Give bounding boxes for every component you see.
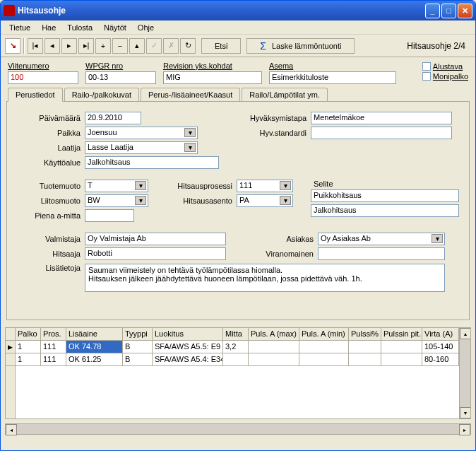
col-luokitus[interactable]: Luokitus [153,328,223,341]
alustava-checkbox[interactable] [422,62,431,71]
tab-perustiedot[interactable]: Perustiedot [8,88,63,102]
tab-perus-lisaaineet[interactable]: Perus-/lisäaineet/Kaasut [141,88,240,102]
wpgr-input[interactable]: 00-13 [85,71,156,84]
col-palko[interactable]: Palko [16,328,41,341]
selite2-input[interactable]: Jalkohitsaus [311,204,459,217]
grid-header: Palko Pros. Lisäaine Tyyppi Luokitus Mit… [16,328,459,341]
asiakas-combo[interactable]: Oy Asiakas Ab [318,233,445,245]
cancel-button[interactable]: ✗ [163,38,179,54]
paikka-label: Paikka [14,129,85,137]
grid-corner [6,328,15,341]
app-icon [4,5,15,16]
liitosmuoto-label: Liitosmuoto [14,197,85,205]
menu-hae[interactable]: Hae [36,22,61,33]
confirm-button[interactable]: ✓ [146,38,162,54]
maximize-button[interactable]: □ [441,4,456,18]
paivamaara-label: Päivämäärä [14,114,85,122]
titlebar: Hitsausohje _ □ ✕ [1,1,475,20]
scroll-left-icon[interactable]: ◂ [6,424,17,435]
scroll-up-icon[interactable]: ▴ [460,328,471,339]
row-indicator-2[interactable] [6,353,15,366]
grid-vscrollbar[interactable]: ▴ ▾ [459,328,470,418]
col-pros[interactable]: Pros. [41,328,66,341]
edit-button[interactable]: ▴ [129,38,145,54]
close-button[interactable]: ✕ [458,4,472,18]
header-fields: Viitenumero 100 WPGR nro 00-13 Revision … [1,57,475,87]
viranomainen-label: Viranomainen [254,250,318,258]
hitsaaja-label: Hitsaaja [14,250,85,258]
monipalko-checkbox[interactable] [422,72,431,81]
menu-ohje[interactable]: Ohje [132,22,160,33]
lisatietoja-label: Lisätietoja [14,264,85,272]
grid-hscrollbar[interactable]: ◂ ▸ [5,423,471,435]
asema-input[interactable]: Esimerkkituloste [269,71,396,84]
scroll-down-icon[interactable]: ▾ [460,407,471,418]
hyvaksymistapa-input[interactable]: Menetelmäkoe [311,112,452,124]
window: Hitsausohje _ □ ✕ Tietue Hae Tulosta Näy… [0,0,476,451]
valmistaja-input[interactable]: Oy Valmistaja Ab [85,233,226,245]
window-title: Hitsausohje [18,6,425,16]
col-virta[interactable]: Virta (A) [422,328,459,341]
liitosmuoto-combo[interactable]: BW [85,194,148,207]
viranomainen-input[interactable] [318,247,445,260]
lisatietoja-textarea[interactable]: Sauman viimeistely on tehtävä työlämpöti… [85,264,445,292]
tuotemuoto-combo[interactable]: T [85,180,148,192]
remove-button[interactable]: − [112,38,128,54]
col-pulssi[interactable]: Pulssi% [349,328,381,341]
revision-label: Revision yks.kohdat [163,62,262,70]
laatija-combo[interactable]: Lasse Laatija [85,141,198,154]
valmistaja-label: Valmistaja [14,235,85,243]
hyvstandardi-label: Hyv.standardi [240,129,311,137]
piena-label: Piena a-mitta [14,211,85,220]
viitenumero-input[interactable]: 100 [8,71,78,84]
wpgr-label: WPGR nro [85,62,156,70]
col-pamax[interactable]: Puls. A (max) [249,328,299,341]
prev-button[interactable]: ◂ [44,38,60,54]
hitsausasento-label: Hitsausasento [169,197,237,205]
row-indicator-1[interactable]: ▶ [6,341,15,353]
next-button[interactable]: ▸ [61,38,77,54]
hyvaksymistapa-label: Hyväksymistapa [240,114,311,122]
menu-tietue[interactable]: Tietue [4,22,36,33]
hitsaaja-input[interactable]: Robotti [85,247,226,260]
minimize-button[interactable]: _ [425,4,440,18]
tab-panel-perustiedot: Päivämäärä20.9.2010 PaikkaJoensuu Laatij… [6,101,470,320]
tab-railo-palkokuvat[interactable]: Railo-/palkokuvat [64,88,139,102]
col-pulspit[interactable]: Pulssin pit. [381,328,422,341]
selite1-input[interactable]: Puikkohitsaus [311,189,459,202]
table-row[interactable]: 1 111 OK 61.25 B SFA/AWS A5.4: E34 80-16… [16,353,459,366]
data-grid: ▶ Palko Pros. Lisäaine Tyyppi Luokitus M… [5,327,471,419]
hitsausprosessi-label: Hitsausprosessi [169,182,237,190]
revision-input[interactable]: MIG [163,71,262,84]
col-mitta[interactable]: Mitta [223,328,249,341]
col-tyyppi[interactable]: Tyyppi [123,328,153,341]
calculate-heat-button[interactable]: Σ Laske lämmöntuonti [246,38,355,54]
tab-railo-lampotilat[interactable]: Railo/Lämpötilat ym. [242,88,328,102]
refresh-button[interactable]: ↻ [180,38,196,54]
menu-tulosta[interactable]: Tulosta [61,22,98,33]
col-lisaaine[interactable]: Lisäaine [66,328,123,341]
hitsausasento-combo[interactable]: PA [237,194,293,207]
tuotemuoto-label: Tuotemuoto [14,182,85,190]
last-button[interactable]: ▸| [78,38,94,54]
add-button[interactable]: + [95,38,111,54]
exit-button[interactable]: ↘ [5,38,20,54]
paikka-combo[interactable]: Joensuu [85,127,198,139]
monipalko-label: Monipalko [433,72,468,81]
sigma-icon: Σ [260,40,266,52]
paivamaara-input[interactable]: 20.9.2010 [85,112,141,124]
alustava-label: Alustava [433,62,463,71]
search-button[interactable]: Etsi [201,38,241,54]
col-pamin[interactable]: Puls. A (min) [299,328,349,341]
hitsausprosessi-combo[interactable]: 111 [237,180,293,192]
hyvstandardi-input[interactable] [311,127,452,139]
menu-naytot[interactable]: Näytöt [98,22,132,33]
piena-input[interactable] [85,209,134,222]
record-counter: Hitsausohje 2/4 [407,41,471,51]
selite-label: Selite [314,180,462,188]
kayttoalue-input[interactable]: Jalkohitsaus [85,156,219,169]
asiakas-label: Asiakas [254,235,318,243]
scroll-right-icon[interactable]: ▸ [459,424,470,435]
table-row[interactable]: 1 111 OK 74.78 B SFA/AWS A5.5: E9 3,2 10… [16,341,459,353]
first-button[interactable]: |◂ [28,38,43,54]
